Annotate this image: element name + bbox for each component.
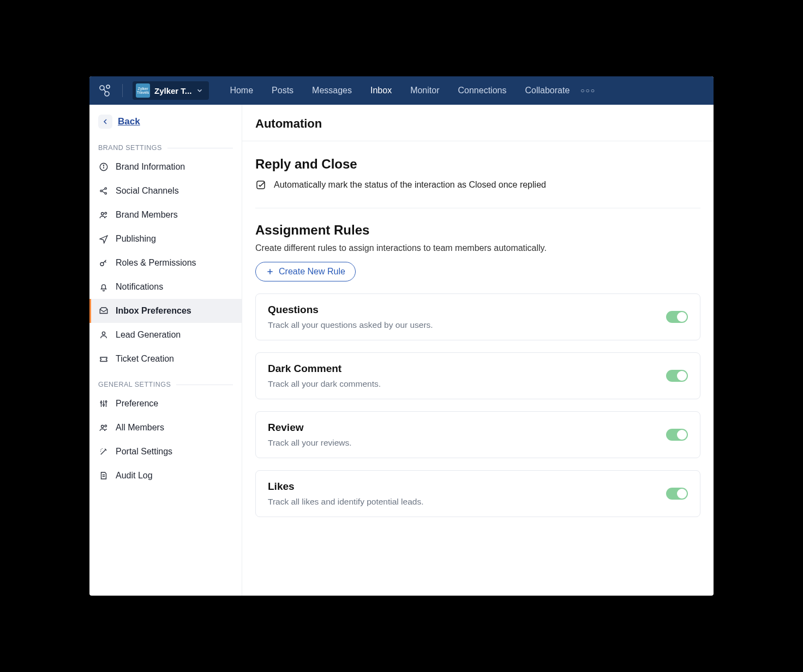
- section-general-settings: GENERAL SETTINGS: [89, 371, 242, 392]
- svg-point-15: [105, 401, 107, 403]
- svg-point-14: [103, 404, 105, 406]
- sidebar-item-label: All Members: [116, 423, 164, 433]
- svg-point-8: [105, 193, 106, 194]
- rule-desc: Track all likes and identify potential l…: [268, 497, 423, 507]
- sidebar-item-label: Inbox Preferences: [116, 306, 191, 316]
- page-title: Automation: [242, 105, 714, 141]
- sidebar: Back BRAND SETTINGS Brand Information So…: [89, 105, 242, 596]
- section-label-text: BRAND SETTINGS: [98, 144, 162, 152]
- sidebar-item-lead-gen[interactable]: Lead Generation: [89, 323, 242, 347]
- sidebar-item-label: Lead Generation: [116, 330, 181, 340]
- back-link[interactable]: Back: [118, 116, 140, 127]
- top-nav: Home Posts Messages Inbox Monitor Connec…: [230, 86, 570, 95]
- brand-switcher[interactable]: Zylker Travels Zylker T...: [133, 81, 209, 100]
- nav-posts[interactable]: Posts: [272, 86, 293, 95]
- assignment-heading: Assignment Rules: [255, 223, 700, 238]
- back-button[interactable]: [98, 115, 112, 129]
- svg-point-5: [103, 165, 104, 165]
- sidebar-item-ticket[interactable]: Ticket Creation: [89, 347, 242, 371]
- svg-point-11: [100, 262, 104, 266]
- sliders-icon: [98, 398, 109, 409]
- rule-title: Questions: [268, 304, 433, 316]
- ticket-icon: [98, 353, 109, 364]
- sidebar-item-social-channels[interactable]: Social Channels: [89, 179, 242, 203]
- section-label-text: GENERAL SETTINGS: [98, 381, 171, 388]
- checkbox-checked-icon: [255, 179, 266, 190]
- rule-desc: Track all your reviews.: [268, 438, 352, 448]
- rule-card-review: Review Track all your reviews.: [255, 411, 700, 458]
- divider: [255, 208, 700, 208]
- sidebar-item-all-members[interactable]: All Members: [89, 416, 242, 440]
- sidebar-item-label: Brand Members: [116, 210, 178, 220]
- brand-logo-icon: Zylker Travels: [136, 83, 150, 98]
- share-icon: [98, 185, 109, 196]
- rule-toggle[interactable]: [666, 488, 688, 500]
- nav-connections[interactable]: Connections: [458, 86, 507, 95]
- reply-close-heading: Reply and Close: [255, 157, 700, 172]
- assignment-desc: Create different rules to assign interac…: [255, 243, 700, 253]
- svg-point-9: [101, 213, 104, 215]
- main: Automation Reply and Close Automatically…: [242, 105, 714, 596]
- svg-rect-18: [257, 181, 265, 189]
- sidebar-item-inbox-prefs[interactable]: Inbox Preferences: [89, 299, 242, 323]
- main-content: Reply and Close Automatically mark the s…: [242, 141, 714, 539]
- brand-name: Zylker T...: [154, 86, 191, 95]
- sidebar-item-notifications[interactable]: Notifications: [89, 275, 242, 299]
- nav-home[interactable]: Home: [230, 86, 253, 95]
- reply-close-option[interactable]: Automatically mark the status of the int…: [255, 179, 700, 190]
- sidebar-item-label: Portal Settings: [116, 447, 172, 457]
- topbar: Zylker Travels Zylker T... Home Posts Me…: [89, 76, 714, 105]
- sidebar-item-label: Brand Information: [116, 162, 185, 172]
- sidebar-item-roles[interactable]: Roles & Permissions: [89, 251, 242, 275]
- sidebar-item-brand-members[interactable]: Brand Members: [89, 203, 242, 227]
- inbox-icon: [98, 305, 109, 316]
- nav-inbox[interactable]: Inbox: [370, 86, 392, 95]
- rule-toggle[interactable]: [666, 311, 688, 323]
- svg-point-1: [106, 85, 110, 88]
- sidebar-item-label: Roles & Permissions: [116, 258, 196, 268]
- create-rule-button[interactable]: Create New Rule: [255, 262, 356, 281]
- chevron-down-icon: [196, 87, 203, 94]
- key-icon: [98, 257, 109, 268]
- magic-icon: [98, 446, 109, 457]
- sidebar-item-brand-info[interactable]: Brand Information: [89, 155, 242, 179]
- rule-title: Likes: [268, 481, 423, 493]
- rule-desc: Track all your questions asked by our us…: [268, 320, 433, 330]
- plus-icon: [266, 267, 274, 276]
- rule-desc: Track all your dark comments.: [268, 379, 381, 389]
- app-window: Zylker Travels Zylker T... Home Posts Me…: [89, 76, 714, 596]
- separator: [122, 84, 123, 97]
- bell-icon: [98, 281, 109, 292]
- nav-monitor[interactable]: Monitor: [410, 86, 439, 95]
- sidebar-item-label: Audit Log: [116, 471, 153, 481]
- members-icon: [98, 422, 109, 433]
- sidebar-item-label: Publishing: [116, 234, 156, 244]
- nav-messages[interactable]: Messages: [312, 86, 352, 95]
- svg-point-16: [101, 425, 104, 428]
- svg-point-17: [105, 425, 107, 427]
- sidebar-item-label: Ticket Creation: [116, 354, 174, 364]
- sidebar-item-preference[interactable]: Preference: [89, 392, 242, 416]
- nav-collaborate[interactable]: Collaborate: [525, 86, 570, 95]
- app-logo-icon: [97, 83, 112, 98]
- rule-toggle[interactable]: [666, 370, 688, 382]
- rule-card-dark-comment: Dark Comment Track all your dark comment…: [255, 352, 700, 399]
- sidebar-item-label: Notifications: [116, 282, 163, 292]
- back-row: Back: [89, 115, 242, 134]
- rule-title: Dark Comment: [268, 363, 381, 375]
- create-rule-label: Create New Rule: [279, 267, 345, 277]
- rule-card-likes: Likes Track all likes and identify poten…: [255, 470, 700, 517]
- more-icon[interactable]: ○○○: [580, 87, 596, 94]
- sidebar-item-publishing[interactable]: Publishing: [89, 227, 242, 251]
- sidebar-item-portal[interactable]: Portal Settings: [89, 440, 242, 464]
- svg-point-13: [100, 401, 102, 403]
- svg-point-12: [102, 332, 105, 334]
- rule-card-questions: Questions Track all your questions asked…: [255, 293, 700, 340]
- section-brand-settings: BRAND SETTINGS: [89, 134, 242, 155]
- sidebar-item-label: Preference: [116, 399, 158, 409]
- log-icon: [98, 470, 109, 481]
- svg-point-10: [105, 212, 107, 214]
- sidebar-item-audit[interactable]: Audit Log: [89, 464, 242, 488]
- rule-toggle[interactable]: [666, 429, 688, 441]
- info-icon: [98, 161, 109, 172]
